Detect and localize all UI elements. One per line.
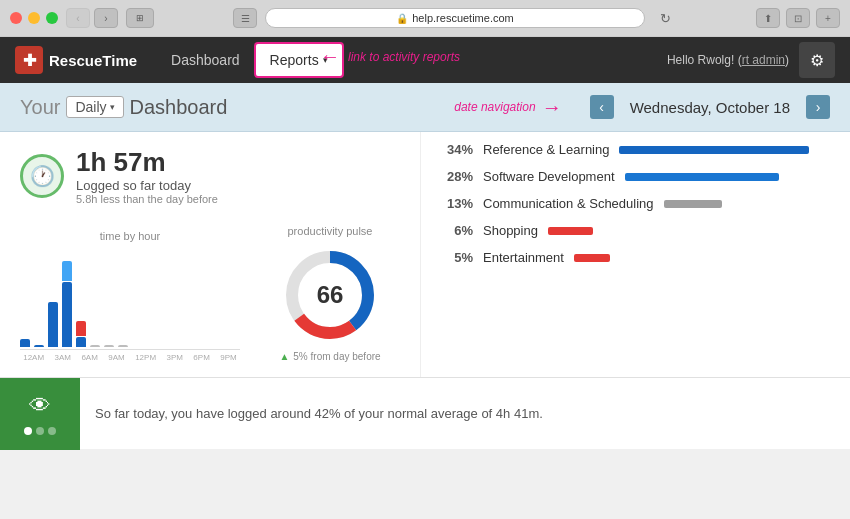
logo-icon: ✚ [15, 46, 43, 74]
address-bar[interactable]: 🔒 help.rescuetime.com [265, 8, 645, 28]
annotation-arrow-icon: ← [320, 45, 340, 68]
dot-3 [48, 427, 56, 435]
pulse-donut: 66 [280, 245, 380, 345]
left-panel: 🕐 1h 57m Logged so far today 5.8h less t… [0, 132, 420, 377]
period-dropdown-icon: ▾ [110, 102, 115, 112]
bar-12pm-blue [76, 337, 86, 347]
share-button[interactable]: ⬆ [756, 8, 780, 28]
address-bar-area: ☰ 🔒 help.rescuetime.com ↻ [162, 8, 748, 28]
next-date-button[interactable]: › [806, 95, 830, 119]
bar-group-3pm [90, 345, 100, 347]
bar-9am-blue [62, 282, 72, 347]
productivity-pulse-section: productivity pulse 66 ▲ 5% fro [260, 225, 400, 362]
time-by-hour-chart: time by hour [20, 230, 240, 362]
bar-group-3am [34, 345, 44, 347]
bar-12pm-red [76, 321, 86, 336]
cat-pct-0: 34% [441, 142, 473, 157]
banner-text: So far today, you have logged around 42%… [95, 404, 563, 424]
dashboard-title: Your Daily ▾ Dashboard [20, 96, 227, 119]
period-selector[interactable]: Daily ▾ [66, 96, 123, 118]
traffic-lights [10, 12, 58, 24]
minimize-button[interactable] [28, 12, 40, 24]
charts-row: time by hour [20, 225, 400, 362]
bar-group-9am [62, 261, 72, 347]
cat-pct-1: 28% [441, 169, 473, 184]
app-navbar: ✚ RescueTime Dashboard Reports ▾ ← link … [0, 37, 850, 83]
cat-name-1: Software Development [483, 169, 615, 184]
back-button[interactable]: ‹ [66, 8, 90, 28]
category-row-0: 34% Reference & Learning [441, 142, 830, 157]
logged-label: Logged so far today [76, 178, 218, 193]
cat-name-4: Entertainment [483, 250, 564, 265]
category-row-2: 13% Communication & Scheduling [441, 196, 830, 211]
bar-3am-blue [34, 345, 44, 347]
bar-9pm-gray [118, 345, 128, 347]
cat-bar-container-1 [625, 173, 830, 181]
category-row-4: 5% Entertainment [441, 250, 830, 265]
time-value: 1h 57m [76, 147, 218, 178]
logo-cross: ✚ [23, 51, 36, 70]
bar-9am-bluelight [62, 261, 72, 281]
tab-layout-button[interactable]: ⊞ [126, 8, 154, 28]
nav-item-dashboard[interactable]: Dashboard [157, 44, 254, 76]
cat-bar-3 [548, 227, 593, 235]
cat-bar-container-3 [548, 227, 830, 235]
title-bar: ‹ › ⊞ ☰ 🔒 help.rescuetime.com ↻ ⬆ ⊡ + [0, 0, 850, 36]
eye-icon: 👁 [29, 393, 51, 419]
cat-bar-container-0 [619, 146, 830, 154]
reports-annotation: ← link to activity reports [320, 45, 460, 68]
prev-date-button[interactable]: ‹ [590, 95, 614, 119]
maximize-button[interactable] [46, 12, 58, 24]
cat-name-0: Reference & Learning [483, 142, 609, 157]
dot-1 [24, 427, 32, 435]
cat-pct-2: 13% [441, 196, 473, 211]
cat-pct-3: 6% [441, 223, 473, 238]
bottom-banner: 👁 So far today, you have logged around 4… [0, 377, 850, 449]
pulse-label: productivity pulse [260, 225, 400, 237]
cat-bar-4 [574, 254, 610, 262]
lock-icon: 🔒 [396, 13, 408, 24]
cat-bar-0 [619, 146, 808, 154]
date-navigation: date navigation → ‹ Wednesday, October 1… [454, 95, 830, 119]
close-button[interactable] [10, 12, 22, 24]
bar-12am-blue [20, 339, 30, 347]
cat-name-3: Shopping [483, 223, 538, 238]
add-button[interactable]: + [816, 8, 840, 28]
logo-area: ✚ RescueTime [15, 46, 137, 74]
cat-bar-container-2 [664, 200, 830, 208]
logged-sub: 5.8h less than the day before [76, 193, 218, 205]
menu-button[interactable]: ☰ [233, 8, 257, 28]
category-row-1: 28% Software Development [441, 169, 830, 184]
refresh-button[interactable]: ↻ [653, 8, 677, 28]
current-date: Wednesday, October 18 [622, 99, 798, 116]
bar-group-9pm [118, 345, 128, 347]
browser-nav: ‹ › [66, 8, 118, 28]
pulse-value: 66 [317, 281, 344, 309]
right-panel: 34% Reference & Learning 28% Software De… [420, 132, 850, 377]
banner-dots [24, 427, 56, 435]
browser-actions: ⬆ ⊡ + [756, 8, 840, 28]
bar-6pm-gray [104, 345, 114, 347]
main-content: 🕐 1h 57m Logged so far today 5.8h less t… [0, 132, 850, 377]
browser-chrome: ‹ › ⊞ ☰ 🔒 help.rescuetime.com ↻ ⬆ ⊡ + [0, 0, 850, 37]
forward-button[interactable]: › [94, 8, 118, 28]
bar-chart [20, 250, 240, 350]
cat-name-2: Communication & Scheduling [483, 196, 654, 211]
settings-button[interactable]: ⚙ [799, 42, 835, 78]
bar-3pm-gray [90, 345, 100, 347]
logged-time-section: 🕐 1h 57m Logged so far today 5.8h less t… [20, 147, 400, 205]
cat-bar-2 [664, 200, 722, 208]
bar-group-6pm [104, 345, 114, 347]
new-tab-button[interactable]: ⊡ [786, 8, 810, 28]
bar-group-6am [48, 302, 58, 347]
user-greeting: Hello Rwolg! (rt admin) [667, 53, 789, 67]
banner-icon: 👁 [0, 378, 80, 450]
bar-group-12pm [76, 321, 86, 347]
bar-6am-blue [48, 302, 58, 347]
pulse-sub: ▲ 5% from day before [260, 351, 400, 362]
user-link[interactable]: rt admin [742, 53, 785, 67]
dot-2 [36, 427, 44, 435]
cat-bar-1 [625, 173, 779, 181]
dashboard-header: Your Daily ▾ Dashboard date navigation →… [0, 83, 850, 132]
cat-bar-container-4 [574, 254, 830, 262]
